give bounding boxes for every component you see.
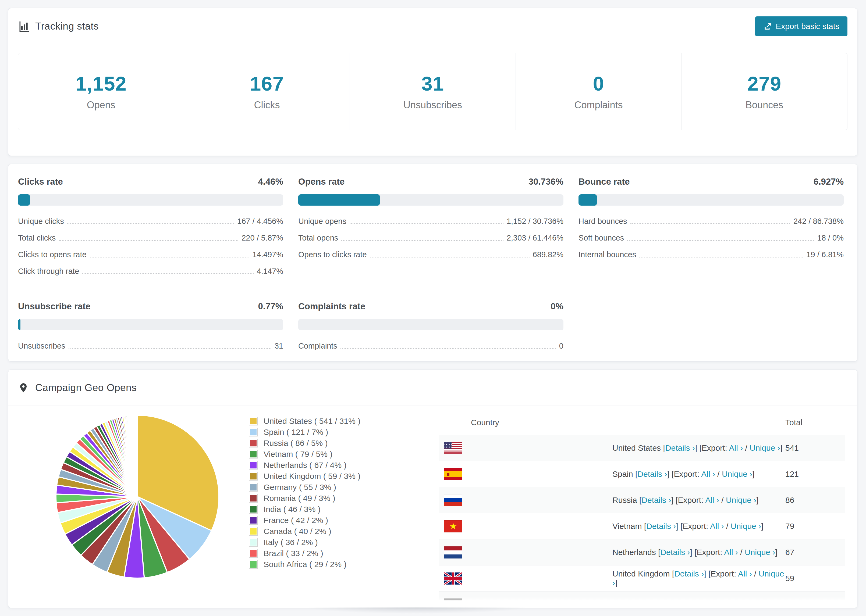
complaints-rate-block: Complaints rate 0% Complaints0 bbox=[298, 301, 564, 358]
flag-cell bbox=[439, 435, 612, 461]
rate-detail-row: Unsubscribes31 bbox=[18, 342, 283, 350]
legend-label: South Africa ( 29 / 2% ) bbox=[264, 560, 346, 569]
table-bottom-fade bbox=[9, 597, 857, 608]
geo-header: Campaign Geo Opens bbox=[8, 370, 857, 406]
unsubscribe-rate-block: Unsubscribe rate 0.77% Unsubscribes31 bbox=[18, 301, 283, 358]
flag-cell bbox=[439, 566, 612, 592]
detail-label: Unique clicks bbox=[18, 217, 64, 226]
details-link[interactable]: Details › bbox=[646, 522, 676, 531]
unsubscribe-rate-value: 0.77% bbox=[258, 301, 283, 311]
legend-label: Romania ( 49 / 3% ) bbox=[264, 494, 335, 503]
flag-vn-icon bbox=[444, 520, 462, 533]
pie-slice[interactable] bbox=[137, 415, 137, 497]
detail-label: Soft bounces bbox=[578, 234, 624, 242]
rate-detail-row: Total clicks220 / 5.87% bbox=[18, 234, 283, 242]
flag-nl-icon bbox=[444, 546, 462, 558]
dotted-leader bbox=[639, 257, 803, 258]
bounce-rate-block: Bounce rate 6.927% Hard bounces242 / 86.… bbox=[578, 177, 844, 284]
rates-card: Clicks rate 4.46% Unique clicks167 / 4.4… bbox=[8, 164, 857, 361]
stat-bounces: 279 Bounces bbox=[682, 53, 847, 130]
geo-table-row: United Kingdom [Details ›] [Export: All … bbox=[439, 566, 845, 592]
dotted-leader bbox=[341, 240, 503, 241]
legend-item: France ( 42 / 2% ) bbox=[249, 515, 361, 526]
legend-swatch bbox=[249, 439, 258, 448]
country-cell: Russia [Details ›] [Export: All › / Uniq… bbox=[612, 487, 785, 513]
stat-opens-value: 1,152 bbox=[76, 72, 127, 95]
bottom-shadow bbox=[265, 607, 569, 616]
export-unique-link[interactable]: Unique › bbox=[726, 496, 756, 504]
country-name: Netherlands bbox=[612, 548, 656, 556]
unsubscribe-rate-details: Unsubscribes31 bbox=[18, 342, 283, 350]
legend-swatch bbox=[249, 538, 258, 547]
flag-cell bbox=[439, 539, 612, 566]
legend-swatch bbox=[249, 527, 258, 536]
export-unique-link[interactable]: Unique › bbox=[722, 470, 752, 478]
detail-value: 14.497% bbox=[252, 250, 283, 259]
detail-value: 220 / 5.87% bbox=[241, 234, 283, 242]
export-basic-stats-button[interactable]: Export basic stats bbox=[755, 16, 847, 36]
geo-body: United States ( 541 / 31% )Spain ( 121 /… bbox=[8, 406, 857, 608]
legend-swatch bbox=[249, 483, 258, 492]
flag-us-icon bbox=[444, 442, 462, 454]
details-link[interactable]: Details › bbox=[665, 443, 695, 452]
detail-label: Internal bounces bbox=[578, 250, 636, 259]
stat-opens: 1,152 Opens bbox=[18, 53, 184, 130]
country-cell: United States [Details ›] [Export: All ›… bbox=[612, 435, 785, 461]
stat-bounces-label: Bounces bbox=[746, 99, 783, 111]
clicks-rate-title: Clicks rate bbox=[18, 177, 63, 187]
detail-value: 19 / 6.81% bbox=[806, 250, 844, 259]
country-name: Spain bbox=[612, 470, 633, 478]
export-all-link[interactable]: All › bbox=[724, 548, 738, 556]
legend-label: Russia ( 86 / 5% ) bbox=[264, 438, 328, 448]
dotted-leader bbox=[630, 223, 790, 224]
legend-item: Russia ( 86 / 5% ) bbox=[249, 438, 361, 449]
details-link[interactable]: Details › bbox=[674, 569, 704, 578]
geo-pie-chart[interactable] bbox=[49, 408, 226, 585]
opens-rate-title: Opens rate bbox=[298, 177, 345, 187]
geo-table-header-row: Country Total bbox=[439, 410, 845, 435]
export-all-link[interactable]: All › bbox=[729, 443, 743, 452]
stat-unsubscribes-value: 31 bbox=[422, 72, 444, 95]
dotted-leader bbox=[627, 240, 814, 241]
total-cell: 121 bbox=[785, 461, 845, 487]
page-title: Tracking stats bbox=[35, 21, 99, 32]
legend-swatch bbox=[249, 417, 258, 426]
legend-item: Germany ( 55 / 3% ) bbox=[249, 482, 361, 493]
legend-label: India ( 46 / 3% ) bbox=[264, 505, 321, 514]
legend-item: Canada ( 40 / 2% ) bbox=[249, 526, 361, 537]
dotted-leader bbox=[69, 348, 271, 349]
dotted-leader bbox=[370, 257, 529, 258]
details-link[interactable]: Details › bbox=[660, 548, 690, 556]
export-all-link[interactable]: All › bbox=[738, 569, 752, 578]
complaints-rate-value: 0% bbox=[551, 301, 564, 311]
legend-swatch bbox=[249, 560, 258, 569]
export-all-link[interactable]: All › bbox=[701, 470, 715, 478]
detail-label: Total opens bbox=[298, 234, 338, 242]
stat-bounces-value: 279 bbox=[747, 72, 781, 95]
export-unique-link[interactable]: Unique › bbox=[745, 548, 775, 556]
details-link[interactable]: Details › bbox=[641, 496, 671, 504]
stat-complaints-value: 0 bbox=[593, 72, 604, 95]
export-unique-link[interactable]: Unique › bbox=[749, 443, 780, 452]
details-link[interactable]: Details › bbox=[638, 470, 667, 478]
legend-swatch bbox=[249, 505, 258, 514]
detail-value: 167 / 4.456% bbox=[237, 217, 283, 226]
export-unique-link[interactable]: Unique › bbox=[731, 522, 761, 531]
export-all-link[interactable]: All › bbox=[705, 496, 719, 504]
stat-clicks-label: Clicks bbox=[254, 99, 280, 111]
flag-ru-icon bbox=[444, 494, 462, 506]
total-cell: 86 bbox=[785, 487, 845, 513]
detail-label: Click through rate bbox=[18, 267, 79, 276]
legend-item: Vietnam ( 79 / 5% ) bbox=[249, 449, 361, 460]
detail-value: 242 / 86.738% bbox=[794, 217, 844, 226]
total-cell: 541 bbox=[785, 435, 845, 461]
legend-label: Germany ( 55 / 3% ) bbox=[264, 483, 336, 492]
rate-detail-row: Unique clicks167 / 4.456% bbox=[18, 217, 283, 226]
detail-value: 18 / 0% bbox=[817, 234, 844, 242]
country-name: Vietnam bbox=[612, 522, 642, 531]
geo-legend: United States ( 541 / 31% )Spain ( 121 /… bbox=[249, 415, 361, 570]
clicks-rate-progressbar bbox=[18, 194, 283, 206]
export-all-link[interactable]: All › bbox=[710, 522, 724, 531]
tracking-stats-card: Tracking stats Export basic stats 1,152 … bbox=[8, 8, 857, 156]
legend-swatch bbox=[249, 516, 258, 525]
